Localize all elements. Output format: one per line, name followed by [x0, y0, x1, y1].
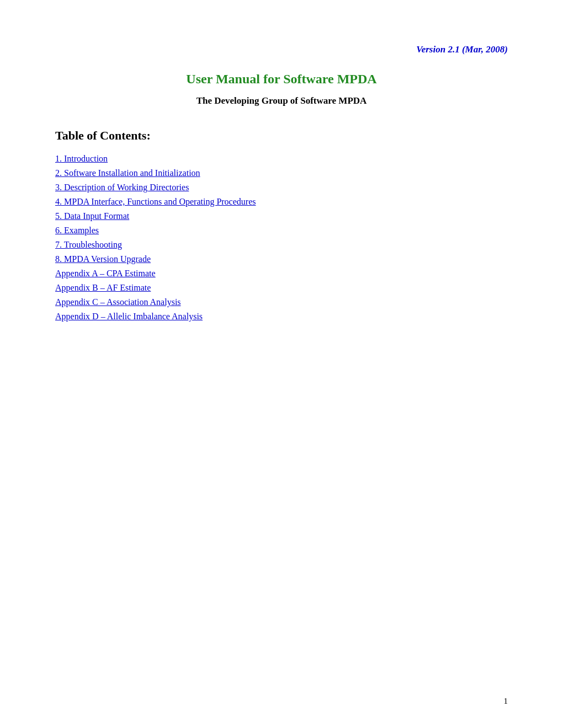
toc-list-item: Appendix D – Allelic Imbalance Analysis	[55, 312, 508, 322]
toc-link-8[interactable]: 8. MPDA Version Upgrade	[55, 254, 151, 264]
toc-heading: Table of Contents:	[55, 129, 508, 143]
toc-link-3[interactable]: 3. Description of Working Directories	[55, 183, 189, 192]
toc-list-item: 7. Troubleshooting	[55, 240, 508, 250]
toc-link-2[interactable]: 2. Software Installation and Initializat…	[55, 168, 200, 178]
version-text: Version 2.1 (Mar, 2008)	[416, 44, 508, 55]
toc-link-10[interactable]: Appendix B – AF Estimate	[55, 283, 151, 292]
toc-heading-text: Table of Contents:	[55, 129, 151, 142]
toc-link-11[interactable]: Appendix C – Association Analysis	[55, 297, 181, 307]
page: Version 2.1 (Mar, 2008) User Manual for …	[0, 0, 563, 728]
toc-link-9[interactable]: Appendix A – CPA Estimate	[55, 269, 156, 278]
toc-list-item: 1. Introduction	[55, 154, 508, 164]
toc-link-4[interactable]: 4. MPDA Interface, Functions and Operati…	[55, 197, 256, 206]
toc-list-item: 3. Description of Working Directories	[55, 183, 508, 192]
toc-list-item: Appendix A – CPA Estimate	[55, 269, 508, 279]
version-line: Version 2.1 (Mar, 2008)	[55, 44, 508, 55]
page-number: 1	[504, 697, 508, 706]
subtitle: The Developing Group of Software MPDA	[55, 95, 508, 106]
toc-link-5[interactable]: 5. Data Input Format	[55, 211, 129, 221]
toc-link-1[interactable]: 1. Introduction	[55, 154, 108, 163]
toc-list-item: 8. MPDA Version Upgrade	[55, 254, 508, 264]
toc-list-item: 5. Data Input Format	[55, 211, 508, 221]
toc-link-7[interactable]: 7. Troubleshooting	[55, 240, 122, 249]
toc-link-6[interactable]: 6. Examples	[55, 226, 99, 235]
main-title: User Manual for Software MPDA	[55, 72, 508, 87]
toc-list-item: 4. MPDA Interface, Functions and Operati…	[55, 197, 508, 207]
toc-list: 1. Introduction2. Software Installation …	[55, 154, 508, 322]
main-title-text: User Manual for Software MPDA	[186, 72, 376, 86]
toc-list-item: Appendix C – Association Analysis	[55, 297, 508, 307]
toc-list-item: 6. Examples	[55, 226, 508, 235]
toc-list-item: 2. Software Installation and Initializat…	[55, 168, 508, 178]
subtitle-text: The Developing Group of Software MPDA	[196, 95, 367, 106]
toc-list-item: Appendix B – AF Estimate	[55, 283, 508, 293]
toc-link-12[interactable]: Appendix D – Allelic Imbalance Analysis	[55, 312, 203, 321]
